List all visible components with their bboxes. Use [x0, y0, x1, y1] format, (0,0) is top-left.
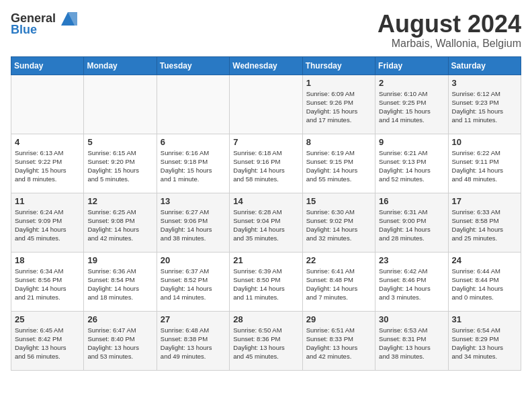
calendar-cell: 27Sunrise: 6:48 AM Sunset: 8:38 PM Dayli… [157, 311, 229, 370]
page-header: General Blue August 2024 Marbais, Wallon… [11, 11, 521, 50]
calendar-cell [230, 75, 302, 134]
day-info: Sunrise: 6:36 AM Sunset: 8:54 PM Dayligh… [87, 267, 152, 302]
day-number: 27 [161, 314, 226, 324]
calendar-header-row: SundayMondayTuesdayWednesdayThursdayFrid… [11, 56, 521, 75]
day-info: Sunrise: 6:13 AM Sunset: 9:22 PM Dayligh… [15, 148, 80, 184]
day-info: Sunrise: 6:19 AM Sunset: 9:15 PM Dayligh… [306, 148, 371, 184]
day-info: Sunrise: 6:53 AM Sunset: 8:31 PM Dayligh… [379, 326, 444, 361]
day-number: 25 [15, 314, 80, 324]
day-info: Sunrise: 6:28 AM Sunset: 9:04 PM Dayligh… [233, 208, 298, 243]
day-number: 7 [233, 137, 298, 147]
header-wednesday: Wednesday [230, 56, 302, 75]
day-info: Sunrise: 6:22 AM Sunset: 9:11 PM Dayligh… [452, 148, 517, 184]
calendar-cell: 26Sunrise: 6:47 AM Sunset: 8:40 PM Dayli… [84, 311, 157, 370]
day-info: Sunrise: 6:16 AM Sunset: 9:18 PM Dayligh… [161, 148, 226, 184]
calendar-cell: 1Sunrise: 6:09 AM Sunset: 9:26 PM Daylig… [302, 75, 375, 134]
day-info: Sunrise: 6:51 AM Sunset: 8:33 PM Dayligh… [306, 326, 371, 361]
calendar-cell: 6Sunrise: 6:16 AM Sunset: 9:18 PM Daylig… [157, 134, 229, 193]
day-number: 12 [87, 196, 152, 206]
week-row-4: 18Sunrise: 6:34 AM Sunset: 8:56 PM Dayli… [11, 252, 521, 311]
day-number: 26 [87, 314, 152, 324]
day-info: Sunrise: 6:41 AM Sunset: 8:48 PM Dayligh… [306, 267, 371, 302]
day-info: Sunrise: 6:44 AM Sunset: 8:44 PM Dayligh… [452, 267, 517, 302]
day-number: 31 [452, 314, 517, 324]
calendar-cell [84, 75, 157, 134]
calendar-cell: 4Sunrise: 6:13 AM Sunset: 9:22 PM Daylig… [11, 134, 84, 193]
day-number: 20 [161, 255, 226, 265]
calendar-cell: 3Sunrise: 6:12 AM Sunset: 9:23 PM Daylig… [448, 75, 521, 134]
day-number: 10 [452, 137, 517, 147]
day-number: 13 [161, 196, 226, 206]
calendar-cell: 25Sunrise: 6:45 AM Sunset: 8:42 PM Dayli… [11, 311, 84, 370]
calendar-cell: 5Sunrise: 6:15 AM Sunset: 9:20 PM Daylig… [84, 134, 157, 193]
day-number: 8 [306, 137, 371, 147]
header-sunday: Sunday [11, 56, 84, 75]
calendar-cell: 24Sunrise: 6:44 AM Sunset: 8:44 PM Dayli… [448, 252, 521, 311]
day-info: Sunrise: 6:21 AM Sunset: 9:13 PM Dayligh… [379, 148, 444, 184]
day-info: Sunrise: 6:30 AM Sunset: 9:02 PM Dayligh… [306, 208, 371, 243]
calendar-cell: 28Sunrise: 6:50 AM Sunset: 8:36 PM Dayli… [230, 311, 302, 370]
day-number: 4 [15, 137, 80, 147]
calendar-cell: 11Sunrise: 6:24 AM Sunset: 9:09 PM Dayli… [11, 193, 84, 252]
day-info: Sunrise: 6:18 AM Sunset: 9:16 PM Dayligh… [233, 148, 298, 184]
location-text: Marbais, Wallonia, Belgium [378, 38, 521, 50]
header-thursday: Thursday [302, 56, 375, 75]
calendar-cell: 2Sunrise: 6:10 AM Sunset: 9:25 PM Daylig… [375, 75, 448, 134]
calendar-cell: 22Sunrise: 6:41 AM Sunset: 8:48 PM Dayli… [302, 252, 375, 311]
calendar-cell: 30Sunrise: 6:53 AM Sunset: 8:31 PM Dayli… [375, 311, 448, 370]
day-number: 3 [452, 78, 517, 88]
day-info: Sunrise: 6:09 AM Sunset: 9:26 PM Dayligh… [306, 89, 371, 125]
header-friday: Friday [375, 56, 448, 75]
day-number: 1 [306, 78, 371, 88]
logo: General Blue [11, 11, 77, 37]
week-row-3: 11Sunrise: 6:24 AM Sunset: 9:09 PM Dayli… [11, 193, 521, 252]
header-monday: Monday [84, 56, 157, 75]
day-info: Sunrise: 6:47 AM Sunset: 8:40 PM Dayligh… [87, 326, 152, 361]
day-number: 22 [306, 255, 371, 265]
day-number: 21 [233, 255, 298, 265]
calendar-cell [157, 75, 229, 134]
day-info: Sunrise: 6:31 AM Sunset: 9:00 PM Dayligh… [379, 208, 444, 243]
day-info: Sunrise: 6:33 AM Sunset: 8:58 PM Dayligh… [452, 208, 517, 243]
week-row-5: 25Sunrise: 6:45 AM Sunset: 8:42 PM Dayli… [11, 311, 521, 370]
day-number: 18 [15, 255, 80, 265]
day-info: Sunrise: 6:37 AM Sunset: 8:52 PM Dayligh… [161, 267, 226, 302]
calendar-cell: 23Sunrise: 6:42 AM Sunset: 8:46 PM Dayli… [375, 252, 448, 311]
day-info: Sunrise: 6:12 AM Sunset: 9:23 PM Dayligh… [452, 89, 517, 125]
calendar-cell: 7Sunrise: 6:18 AM Sunset: 9:16 PM Daylig… [230, 134, 302, 193]
calendar-cell: 17Sunrise: 6:33 AM Sunset: 8:58 PM Dayli… [448, 193, 521, 252]
day-number: 29 [306, 314, 371, 324]
day-info: Sunrise: 6:24 AM Sunset: 9:09 PM Dayligh… [15, 208, 80, 243]
day-info: Sunrise: 6:27 AM Sunset: 9:06 PM Dayligh… [161, 208, 226, 243]
calendar-cell: 29Sunrise: 6:51 AM Sunset: 8:33 PM Dayli… [302, 311, 375, 370]
day-number: 30 [379, 314, 444, 324]
calendar-cell: 13Sunrise: 6:27 AM Sunset: 9:06 PM Dayli… [157, 193, 229, 252]
day-number: 23 [379, 255, 444, 265]
calendar-cell: 21Sunrise: 6:39 AM Sunset: 8:50 PM Dayli… [230, 252, 302, 311]
week-row-1: 1Sunrise: 6:09 AM Sunset: 9:26 PM Daylig… [11, 75, 521, 134]
day-info: Sunrise: 6:25 AM Sunset: 9:08 PM Dayligh… [87, 208, 152, 243]
header-tuesday: Tuesday [157, 56, 229, 75]
calendar-cell: 19Sunrise: 6:36 AM Sunset: 8:54 PM Dayli… [84, 252, 157, 311]
day-info: Sunrise: 6:50 AM Sunset: 8:36 PM Dayligh… [233, 326, 298, 361]
day-number: 15 [306, 196, 371, 206]
day-info: Sunrise: 6:34 AM Sunset: 8:56 PM Dayligh… [15, 267, 80, 302]
calendar-cell: 31Sunrise: 6:54 AM Sunset: 8:29 PM Dayli… [448, 311, 521, 370]
logo-blue-text: Blue [11, 23, 37, 37]
calendar-cell: 20Sunrise: 6:37 AM Sunset: 8:52 PM Dayli… [157, 252, 229, 311]
day-number: 9 [379, 137, 444, 147]
title-section: August 2024 Marbais, Wallonia, Belgium [378, 11, 521, 50]
month-year-title: August 2024 [378, 11, 521, 38]
day-number: 11 [15, 196, 80, 206]
calendar-cell: 8Sunrise: 6:19 AM Sunset: 9:15 PM Daylig… [302, 134, 375, 193]
week-row-2: 4Sunrise: 6:13 AM Sunset: 9:22 PM Daylig… [11, 134, 521, 193]
day-info: Sunrise: 6:45 AM Sunset: 8:42 PM Dayligh… [15, 326, 80, 361]
day-number: 24 [452, 255, 517, 265]
calendar-cell: 10Sunrise: 6:22 AM Sunset: 9:11 PM Dayli… [448, 134, 521, 193]
calendar-cell: 14Sunrise: 6:28 AM Sunset: 9:04 PM Dayli… [230, 193, 302, 252]
day-number: 17 [452, 196, 517, 206]
day-info: Sunrise: 6:15 AM Sunset: 9:20 PM Dayligh… [87, 148, 152, 184]
calendar-cell: 18Sunrise: 6:34 AM Sunset: 8:56 PM Dayli… [11, 252, 84, 311]
logo-icon [58, 11, 77, 26]
calendar-cell: 15Sunrise: 6:30 AM Sunset: 9:02 PM Dayli… [302, 193, 375, 252]
